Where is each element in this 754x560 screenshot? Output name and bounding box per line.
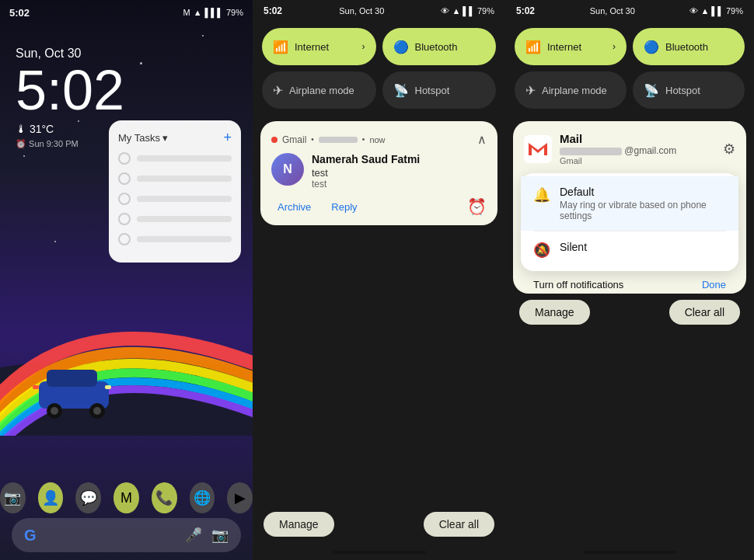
status-time: 5:02 [9,7,30,19]
internet-tile[interactable]: 📶 Internet › [515,28,627,65]
signal-icon: ▌▌ [463,6,475,16]
manage-button[interactable]: Manage [264,512,334,537]
notif-app-info: Gmail • • now [271,134,386,145]
task-checkbox[interactable] [118,152,131,165]
email-blurred [560,148,622,155]
default-title: Default [560,186,726,198]
gmail-notification-card: Gmail • • now ∧ N Namerah Saud Fatmi tes… [260,121,497,225]
bluetooth-tile[interactable]: 🔵 Bluetooth [382,28,497,65]
clear-all-button[interactable]: Clear all [424,512,494,537]
notif-preview: test [312,179,487,190]
reply-button[interactable]: Reply [325,198,363,216]
airplane-tile-label: Airplane mode [289,85,354,96]
chrome-icon[interactable]: 🌐 [190,482,215,513]
notif-subject: test [312,167,487,179]
task-checkbox[interactable] [118,193,131,205]
settings-gear-icon[interactable]: ⚙ [723,141,735,158]
done-button[interactable]: Done [702,279,726,290]
gesture-handle [583,551,676,554]
airplane-tile-icon: ✈ [273,83,283,98]
wifi-icon: ▲ [194,8,202,17]
sender-blurred [319,137,358,143]
mail-header: Mail @gmail.com Gmail ⚙ [513,121,746,173]
add-task-button[interactable]: + [223,130,232,146]
bluetooth-tile-icon: 🔵 [393,40,409,54]
task-checkbox[interactable] [118,172,131,185]
mic-icon[interactable]: 🎤 [185,527,202,544]
wifi-icon: ▲ [452,6,460,16]
notification-shade-panel: 5:02 Sun, Oct 30 👁 ▲ ▌▌ 79% 📶 Internet ›… [253,0,505,560]
status-bar: 5:02 M ▲ ▌▌▌ 79% [0,0,253,25]
gmail-icon[interactable]: M [113,482,139,513]
svg-point-6 [93,407,101,415]
bluetooth-tile-label: Bluetooth [415,41,458,53]
task-item [118,213,232,225]
quick-settings: 📶 Internet › 🔵 Bluetooth ✈ Airplane mode… [253,22,505,121]
gesture-bar [505,544,754,560]
airplane-tile[interactable]: ✈ Airplane mode [515,71,627,109]
mail-subtitle: Gmail [560,156,715,165]
silent-bell-icon: 🔕 [533,242,550,259]
task-item [118,233,232,245]
lens-icon[interactable]: 📷 [211,527,229,544]
internet-tile-label: Internet [547,41,581,53]
tasks-widget[interactable]: My Tasks ▾ + [109,120,241,263]
manage-button[interactable]: Manage [519,300,590,325]
task-checkbox[interactable] [118,233,131,245]
star-decoration [140,62,142,64]
expand-button[interactable]: ∧ [477,132,487,147]
turn-off-notifications-button[interactable]: Turn off notifications [533,279,623,290]
clear-all-button[interactable]: Clear all [669,300,740,325]
default-option[interactable]: 🔔 Default May ring or vibrate based on p… [521,176,738,231]
notification-options-popup: 🔔 Default May ring or vibrate based on p… [521,173,738,271]
task-checkbox[interactable] [118,213,131,225]
action-buttons: Archive Reply [271,198,364,216]
signal-icon: ▌▌ [711,6,724,16]
default-desc: May ring or vibrate based on phone setti… [560,200,726,221]
status-icons: 👁 ▲ ▌▌ 79% [689,6,743,16]
mail-info: Mail @gmail.com Gmail [560,132,715,165]
google-logo: G [24,527,37,544]
svg-point-4 [51,407,58,415]
silent-option-text: Silent [560,241,587,253]
status-time: 5:02 [516,5,535,16]
svg-rect-8 [33,385,39,389]
svg-rect-2 [47,370,97,387]
signal-icon: ▌▌▌ [205,8,223,17]
status-icons: M ▲ ▌▌▌ 79% [183,8,243,17]
qs-row-2: ✈ Airplane mode 📡 Hotspot [262,71,496,109]
sender-avatar: N [271,153,304,186]
play-icon[interactable]: ▶ [227,482,253,513]
notif-content: N Namerah Saud Fatmi test test [271,153,487,190]
archive-button[interactable]: Archive [271,198,317,216]
google-search-bar[interactable]: G 🎤 📷 [12,518,241,552]
internet-tile[interactable]: 📶 Internet › [262,28,376,65]
status-date: Sun, Oct 30 [590,6,635,16]
turn-off-row: Turn off notifications Done [521,271,738,294]
svg-rect-7 [105,385,111,389]
gesture-handle [333,551,426,554]
qs-row-1: 📶 Internet › 🔵 Bluetooth [515,28,745,65]
gesture-bar [253,544,505,560]
phone-icon[interactable]: 📞 [152,482,177,513]
messages-icon[interactable]: 💬 [75,482,101,513]
quick-settings: 📶 Internet › 🔵 Bluetooth ✈ Airplane mode… [505,22,754,121]
silent-option[interactable]: 🔕 Silent [521,231,738,268]
gmail-dot [271,137,278,143]
contacts-icon[interactable]: 👤 [38,482,64,513]
notification-management: Manage Clear all [253,507,505,544]
hotspot-tile[interactable]: 📡 Hotspot [382,71,497,109]
wifi-tile-icon: 📶 [525,40,541,54]
battery-level: 79% [726,6,743,16]
chevron-icon: › [362,41,365,52]
bluetooth-tile[interactable]: 🔵 Bluetooth [633,28,745,65]
camera-icon[interactable]: 📷 [0,482,26,513]
airplane-tile[interactable]: ✈ Airplane mode [262,71,376,109]
hotspot-tile[interactable]: 📡 Hotspot [633,71,745,109]
task-item [118,193,232,205]
lockscreen-panel: 5:02 M ▲ ▌▌▌ 79% Sun, Oct 30 5:02 🌡 31°C… [0,0,253,560]
qs-row-2: ✈ Airplane mode 📡 Hotspot [515,71,745,109]
task-item [118,152,232,165]
notif-app-name: Gmail [282,134,306,145]
snooze-button[interactable]: ⏰ [467,197,487,216]
